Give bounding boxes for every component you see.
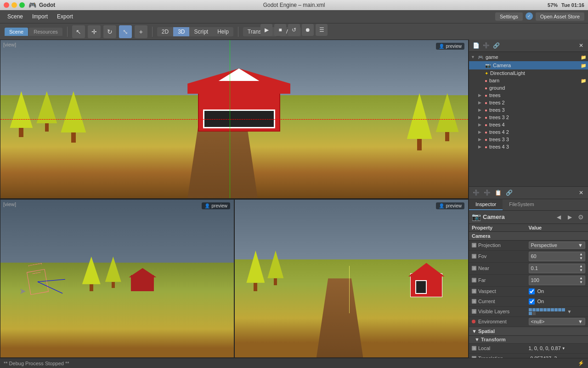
prop-translation-value[interactable]: -0.057427, 3. bbox=[529, 356, 586, 358]
inspector-node-name: Camera bbox=[483, 213, 552, 220]
tree-item-trees42[interactable]: ▶ ● trees 4 2 bbox=[469, 128, 588, 136]
record-button[interactable]: ⏺ bbox=[302, 24, 314, 36]
scale-tool[interactable]: ⤡ bbox=[119, 25, 132, 38]
traffic-lights[interactable] bbox=[4, 2, 25, 8]
mode-3d[interactable]: 3D bbox=[173, 27, 189, 36]
play-button[interactable]: ▶ bbox=[260, 24, 272, 36]
tree-item-trees[interactable]: ▶ ● trees bbox=[469, 92, 588, 99]
tree-item-trees32[interactable]: ▶ ● trees 3 2 bbox=[469, 114, 588, 121]
add-node-button[interactable]: 📄 bbox=[471, 40, 481, 51]
close-panel-button[interactable]: ✕ bbox=[576, 40, 586, 51]
move-tool[interactable]: ✛ bbox=[88, 25, 101, 38]
transform-sub-header[interactable]: ▼ Transform bbox=[469, 336, 588, 344]
prop-vaspect: ⊞ Vaspect On bbox=[469, 287, 588, 297]
prop-local-value[interactable]: 1, 0, 0, 0, 0.87 ▼ bbox=[529, 345, 586, 351]
prop-projection-value[interactable]: Perspective ▼ bbox=[529, 242, 586, 249]
stop-button[interactable]: ■ bbox=[274, 24, 286, 36]
inspector-nav-prev[interactable]: ◀ bbox=[554, 213, 563, 222]
far-number[interactable]: 100 ▲ ▼ bbox=[529, 276, 586, 285]
tree-item-trees4[interactable]: ▶ ● trees 4 bbox=[469, 121, 588, 128]
tree-item-trees32-label: trees 3 2 bbox=[489, 115, 586, 120]
prop-fov-value[interactable]: 60 ▲ ▼ bbox=[529, 252, 586, 261]
current-checkbox[interactable] bbox=[529, 299, 535, 305]
trees33-icon: ● bbox=[485, 137, 487, 142]
layer-5[interactable] bbox=[543, 308, 547, 311]
prop-far-value[interactable]: 100 ▲ ▼ bbox=[529, 276, 586, 285]
select-tool[interactable]: ↖ bbox=[72, 25, 85, 38]
layer-6[interactable] bbox=[547, 308, 550, 311]
tree-item-light[interactable]: ✦ DirectionalLight bbox=[469, 69, 588, 77]
layers-grid[interactable] bbox=[529, 308, 565, 315]
fov-number[interactable]: 60 ▲ ▼ bbox=[529, 252, 586, 261]
prop-layers-value[interactable]: ▼ bbox=[529, 308, 586, 315]
tree-item-ground[interactable]: ● ground bbox=[469, 84, 588, 92]
tree-add-button[interactable]: ➕ bbox=[471, 188, 481, 198]
rotate-tool[interactable]: ↻ bbox=[103, 25, 116, 38]
add-tool[interactable]: + bbox=[135, 25, 147, 38]
menu-scene[interactable]: Scene bbox=[4, 12, 27, 21]
tree-item-trees43[interactable]: ▶ ● trees 4 3 bbox=[469, 143, 588, 150]
layer-9[interactable] bbox=[558, 308, 561, 311]
tab-resources[interactable]: Resources bbox=[29, 28, 62, 36]
prop-current-value[interactable]: On bbox=[529, 299, 586, 305]
menu-export[interactable]: Export bbox=[53, 12, 77, 21]
layer-3[interactable] bbox=[536, 308, 539, 311]
tree-item-camera-label: Camera bbox=[493, 63, 580, 68]
tree-duplicate-button[interactable]: 📋 bbox=[493, 188, 503, 198]
projection-dropdown[interactable]: Perspective ▼ bbox=[529, 242, 586, 249]
add-scene-button[interactable]: ➕ bbox=[481, 40, 491, 51]
menu-import[interactable]: Import bbox=[28, 12, 51, 21]
tree-item-trees33[interactable]: ▶ ● trees 3 3 bbox=[469, 136, 588, 143]
layer-12[interactable] bbox=[532, 312, 536, 315]
prop-far-icon: ⊞ bbox=[472, 278, 476, 282]
prop-environment-value[interactable]: <null> ▼ bbox=[529, 318, 586, 325]
settings-button[interactable]: Settings bbox=[495, 12, 523, 21]
asset-store-button[interactable]: Open Asset Store bbox=[536, 12, 584, 21]
game-folder-icon: 📁 bbox=[581, 55, 586, 60]
inspector-nav-next[interactable]: ▶ bbox=[565, 213, 574, 222]
prop-environment: Environment <null> ▼ bbox=[469, 317, 588, 327]
environment-dropdown[interactable]: <null> ▼ bbox=[529, 318, 586, 325]
loop-button[interactable]: ↺ bbox=[288, 24, 300, 36]
options-button[interactable]: ☰ bbox=[316, 24, 328, 36]
layer-8[interactable] bbox=[554, 308, 558, 311]
mode-script[interactable]: Script bbox=[189, 27, 213, 36]
mode-help[interactable]: Help bbox=[213, 27, 233, 36]
layer-2[interactable] bbox=[532, 308, 536, 311]
tree-item-camera[interactable]: 📷 Camera 📁 bbox=[469, 61, 588, 69]
inspector-gear-button[interactable]: ⚙ bbox=[576, 213, 585, 222]
tree-item-trees3[interactable]: ▶ ● trees 3 bbox=[469, 106, 588, 114]
viewport-bottom-left[interactable]: [view] 👤 preview bbox=[0, 199, 234, 358]
tree-item-game[interactable]: ▼ 🎮 game 📁 bbox=[469, 53, 588, 61]
tab-inspector[interactable]: Inspector bbox=[469, 199, 503, 210]
viewport-main[interactable]: [view] 👤 preview bbox=[0, 40, 469, 199]
minimize-button[interactable] bbox=[11, 2, 17, 8]
mode-2d[interactable]: 2D bbox=[157, 27, 173, 36]
layer-10[interactable] bbox=[562, 308, 565, 311]
camera-section-header[interactable]: Camera bbox=[469, 232, 588, 241]
near-number[interactable]: 0.1 ▲ ▼ bbox=[529, 264, 586, 273]
close-button[interactable] bbox=[4, 2, 9, 8]
layer-7[interactable] bbox=[551, 308, 554, 311]
layer-4[interactable] bbox=[540, 308, 543, 311]
link-button[interactable]: 🔗 bbox=[491, 40, 501, 51]
tree-link-button[interactable]: 🔗 bbox=[504, 188, 514, 198]
layer-1[interactable] bbox=[529, 308, 532, 311]
spatial-section-header[interactable]: ▼ Spatial bbox=[469, 327, 588, 336]
window-title: Godot Engine – main.xml bbox=[263, 2, 325, 8]
tree-close-button[interactable]: ✕ bbox=[576, 188, 586, 198]
tree-add-child-button[interactable]: ➕ bbox=[482, 188, 492, 198]
tab-scene[interactable]: Scene bbox=[5, 28, 28, 36]
prop-near-value[interactable]: 0.1 ▲ ▼ bbox=[529, 264, 586, 273]
viewport-bottom-right[interactable]: 👤 preview bbox=[234, 199, 469, 358]
maximize-button[interactable] bbox=[19, 2, 25, 8]
menu-bar: Scene Import Export ▶ ■ ↺ ⏺ ☰ Settings ✓… bbox=[0, 10, 588, 23]
layer-11[interactable] bbox=[529, 312, 532, 315]
tree-item-barn[interactable]: ● barn 📁 bbox=[469, 77, 588, 84]
layers-dropdown-arrow[interactable]: ▼ bbox=[567, 309, 572, 314]
tree-item-trees2[interactable]: ▶ ● trees 2 bbox=[469, 99, 588, 106]
prop-vaspect-value[interactable]: On bbox=[529, 288, 586, 294]
vaspect-checkbox[interactable] bbox=[529, 288, 535, 294]
barn-folder-icon: 📁 bbox=[581, 78, 586, 83]
tab-filesystem[interactable]: FileSystem bbox=[503, 199, 540, 210]
